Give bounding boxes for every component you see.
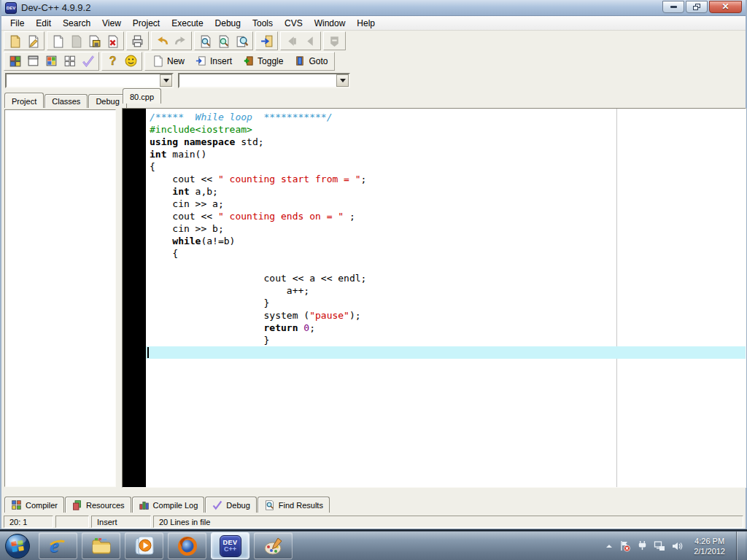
open-file-button[interactable] bbox=[24, 32, 42, 50]
action-center-button[interactable] bbox=[619, 540, 631, 552]
menu-execute[interactable]: Execute bbox=[166, 17, 209, 30]
goto-bookmark-label: Goto bbox=[309, 56, 328, 66]
tab-debug-bottom[interactable]: Debug bbox=[205, 497, 256, 513]
save-button[interactable] bbox=[85, 32, 104, 50]
svg-text:?: ? bbox=[109, 55, 117, 67]
menu-search[interactable]: Search bbox=[57, 17, 96, 30]
taskbar-media-player-button[interactable] bbox=[125, 532, 163, 559]
start-button[interactable] bbox=[4, 532, 31, 560]
class-browser-select-value bbox=[179, 74, 336, 87]
close-file-icon bbox=[106, 34, 120, 48]
close-button[interactable]: ✕ bbox=[709, 1, 742, 13]
taskbar-firefox-button[interactable] bbox=[168, 532, 206, 559]
insert-button[interactable]: Insert bbox=[190, 52, 237, 70]
redo-icon bbox=[174, 34, 187, 48]
menu-help[interactable]: Help bbox=[351, 17, 381, 30]
tab-compiler[interactable]: Compiler bbox=[4, 497, 64, 513]
menu-edit[interactable]: Edit bbox=[30, 17, 57, 30]
menu-tools[interactable]: Tools bbox=[247, 17, 279, 30]
redo-button bbox=[171, 32, 190, 50]
syntax-check-button[interactable] bbox=[79, 52, 97, 70]
class-browser-select[interactable] bbox=[178, 73, 350, 88]
taskbar-devcpp-button[interactable]: DEVC++ bbox=[211, 532, 249, 559]
find-in-files-button[interactable] bbox=[233, 32, 251, 50]
statusbar-modified bbox=[55, 516, 89, 528]
minimize-button[interactable] bbox=[662, 1, 684, 13]
paint-icon bbox=[263, 535, 285, 557]
compiler-select[interactable] bbox=[5, 73, 174, 88]
goto-bookmark-button[interactable]: Goto bbox=[288, 52, 333, 70]
volume-tray-button[interactable] bbox=[671, 540, 683, 552]
tab-compiler-label: Compiler bbox=[26, 501, 58, 510]
internet-explorer-icon: e bbox=[47, 535, 69, 557]
menu-window[interactable]: Window bbox=[309, 17, 352, 30]
replace-icon bbox=[217, 34, 231, 48]
window-view-button[interactable] bbox=[24, 52, 42, 70]
editor-gutter[interactable] bbox=[123, 109, 146, 487]
new-file-disabled-icon bbox=[69, 34, 83, 48]
tab-debug[interactable]: Debug bbox=[88, 94, 126, 108]
bottom-tabs-wrap: Compiler Resources Compile Log Debug Fin… bbox=[4, 497, 330, 513]
network-icon bbox=[654, 540, 665, 552]
toggle-bookmark-button[interactable]: Toggle bbox=[237, 52, 288, 70]
goto-line-button[interactable] bbox=[258, 32, 276, 50]
menu-file[interactable]: File bbox=[4, 17, 30, 30]
open-file-icon bbox=[26, 34, 40, 48]
tile-windows-button[interactable] bbox=[61, 52, 79, 70]
statusbar-insert-mode: Insert bbox=[91, 516, 151, 528]
tab-debug-label: Debug bbox=[226, 501, 249, 510]
menubar: File Edit Search View Project Execute De… bbox=[1, 16, 746, 31]
replace-button[interactable] bbox=[214, 32, 233, 50]
undo-button[interactable] bbox=[153, 32, 171, 50]
code-line: using namespace std; bbox=[146, 136, 746, 148]
network-tray-button[interactable] bbox=[654, 540, 665, 552]
goto-line-icon bbox=[260, 34, 274, 48]
find-button[interactable] bbox=[196, 32, 214, 50]
print-button[interactable] bbox=[128, 32, 147, 50]
compile-button bbox=[282, 32, 301, 50]
main-toolbar bbox=[1, 31, 746, 51]
new-file-button[interactable] bbox=[49, 32, 67, 50]
close-file-button[interactable] bbox=[104, 32, 122, 50]
app-icon: DEV bbox=[5, 2, 17, 14]
code-line: cout << a << endl; bbox=[146, 272, 746, 284]
menu-cvs[interactable]: CVS bbox=[279, 17, 309, 30]
taskbar-internet-explorer-button[interactable]: e bbox=[39, 532, 77, 559]
restore-button[interactable] bbox=[686, 1, 708, 13]
code-line: int main() bbox=[146, 148, 746, 160]
tab-resources-label: Resources bbox=[86, 501, 125, 510]
editor-tab-80cpp[interactable]: 80.cpp bbox=[123, 88, 161, 104]
close-icon: ✕ bbox=[721, 2, 729, 11]
code-area[interactable]: /***** While loop ***********/#include<i… bbox=[146, 109, 746, 487]
help-button[interactable]: ? bbox=[104, 52, 122, 70]
about-button[interactable] bbox=[122, 52, 140, 70]
class-browser-select-arrow[interactable] bbox=[336, 74, 349, 87]
taskbar-windows-explorer-button[interactable] bbox=[82, 532, 120, 559]
menu-project[interactable]: Project bbox=[127, 17, 166, 30]
power-tray-button[interactable] bbox=[637, 540, 648, 551]
tab-project[interactable]: Project bbox=[4, 93, 44, 108]
compiler-select-arrow[interactable] bbox=[160, 74, 172, 87]
project-browser-panel[interactable] bbox=[4, 109, 116, 487]
tab-find-results[interactable]: Find Results bbox=[258, 497, 330, 513]
syntax-check-icon bbox=[81, 54, 95, 68]
show-desktop-button[interactable] bbox=[736, 532, 746, 560]
panel-tabs: Project Classes Debug bbox=[4, 93, 128, 108]
toolbar-group-debug bbox=[323, 31, 346, 50]
menu-debug[interactable]: Debug bbox=[209, 17, 247, 30]
tab-resources[interactable]: Resources bbox=[65, 497, 131, 513]
taskbar-clock[interactable]: 4:26 PM 2/1/2012 bbox=[694, 536, 725, 556]
tab-classes[interactable]: Classes bbox=[44, 94, 88, 108]
statusbar-file-info: 20 Lines in file bbox=[153, 516, 743, 528]
new-unit-button[interactable]: New bbox=[147, 52, 190, 70]
toolbar-group-search bbox=[194, 31, 253, 50]
new-project-button[interactable] bbox=[6, 52, 24, 70]
tab-compile-log[interactable]: Compile Log bbox=[132, 497, 205, 513]
taskbar-paint-button[interactable] bbox=[254, 532, 293, 559]
menu-view[interactable]: View bbox=[96, 17, 127, 30]
project-options-button[interactable] bbox=[42, 52, 61, 70]
taskbar: e DEVC++ 4:26 PM 2/1/2012 bbox=[0, 531, 747, 560]
hidden-icons-button[interactable] bbox=[605, 542, 614, 550]
code-line: } bbox=[146, 297, 746, 309]
open-project-button[interactable] bbox=[6, 32, 24, 50]
